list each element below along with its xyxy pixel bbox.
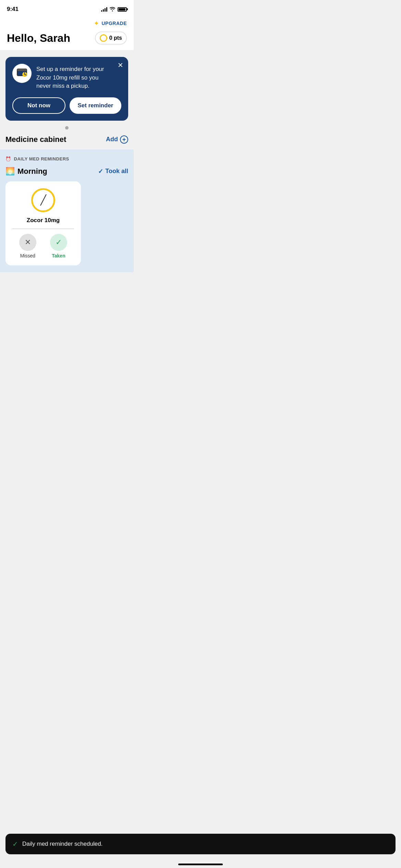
- taken-label: Taken: [52, 253, 65, 258]
- status-bar: 9:41: [0, 0, 134, 16]
- alarm-icon: ⏰: [5, 156, 11, 161]
- points-value: 0 pts: [109, 35, 122, 41]
- morning-emoji: 🌅: [5, 167, 15, 176]
- promo-message: Set up a reminder for your Zocor 10mg re…: [36, 65, 121, 91]
- status-time: 9:41: [7, 6, 19, 13]
- medicine-card: ╱ Zocor 10mg ✕ Missed ✓ Taken: [5, 181, 81, 265]
- greeting-row: Hello, Sarah 0 pts: [7, 32, 127, 45]
- medicine-name: Zocor 10mg: [12, 217, 74, 224]
- upgrade-label[interactable]: UPGRADE: [101, 21, 127, 26]
- upgrade-star-icon: ✦: [94, 19, 99, 27]
- not-now-button[interactable]: Not now: [12, 97, 65, 114]
- taken-button[interactable]: ✓ Taken: [50, 234, 67, 258]
- took-all-button[interactable]: ✓ Took all: [98, 168, 128, 175]
- set-reminder-button[interactable]: Set reminder: [70, 97, 121, 114]
- promo-actions: Not now Set reminder: [12, 97, 121, 114]
- took-all-label: Took all: [105, 168, 128, 175]
- medicine-circle-icon: ╱: [31, 188, 55, 212]
- upgrade-row: ✦ UPGRADE: [7, 19, 127, 27]
- med-icon-wrap: ╱: [12, 188, 74, 212]
- refill-reminder-icon: [16, 66, 28, 81]
- add-medicine-button[interactable]: Add +: [106, 135, 128, 144]
- promo-card: ✕ Set up a reminder for your Zocor 10mg …: [5, 57, 128, 121]
- points-badge: 0 pts: [95, 32, 127, 45]
- add-label: Add: [106, 136, 118, 143]
- main-content: ✕ Set up a reminder for your Zocor 10mg …: [0, 50, 134, 279]
- morning-row: 🌅 Morning ✓ Took all: [5, 167, 128, 176]
- reminders-section-title: DAILY MED REMINDERS: [14, 156, 69, 161]
- med-actions: ✕ Missed ✓ Taken: [12, 234, 74, 258]
- header: ✦ UPGRADE Hello, Sarah 0 pts: [0, 16, 134, 50]
- promo-body: Set up a reminder for your Zocor 10mg re…: [12, 64, 121, 91]
- reminders-section: ⏰ DAILY MED REMINDERS 🌅 Morning ✓ Took a…: [0, 149, 134, 272]
- greeting-text: Hello, Sarah: [7, 32, 70, 45]
- medicine-slash: ╱: [40, 194, 46, 206]
- promo-close-button[interactable]: ✕: [118, 62, 123, 69]
- morning-label: 🌅 Morning: [5, 167, 47, 176]
- taken-icon: ✓: [50, 234, 67, 251]
- battery-icon: [118, 7, 127, 12]
- status-icons: [101, 7, 127, 12]
- medicine-cabinet-header: Medicine cabinet Add +: [5, 135, 128, 144]
- missed-button[interactable]: ✕ Missed: [19, 234, 36, 258]
- scroll-indicator: [65, 126, 69, 130]
- section-title: Medicine cabinet: [5, 135, 66, 144]
- missed-icon: ✕: [19, 234, 36, 251]
- add-circle-icon: +: [120, 135, 128, 144]
- checkmark-icon: ✓: [98, 168, 103, 175]
- signal-icon: [101, 7, 107, 12]
- reminders-label: ⏰ DAILY MED REMINDERS: [5, 156, 128, 161]
- svg-rect-1: [17, 69, 27, 71]
- morning-text: Morning: [17, 167, 47, 176]
- wifi-icon: [109, 7, 116, 12]
- promo-icon-wrap: [12, 64, 32, 83]
- med-divider: [12, 229, 74, 229]
- points-circle-icon: [100, 34, 107, 42]
- missed-label: Missed: [20, 253, 35, 258]
